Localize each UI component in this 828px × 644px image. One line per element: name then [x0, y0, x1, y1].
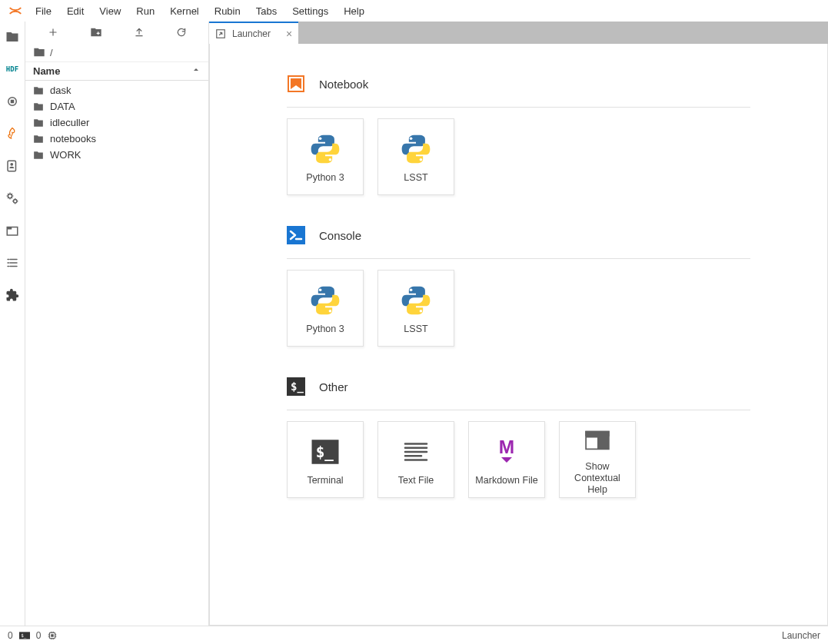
card-label: Markdown File: [475, 475, 537, 486]
name-column-header: Name: [33, 65, 60, 77]
svg-rect-24: [585, 430, 610, 436]
launcher-card-python3-notebook[interactable]: Python 3: [287, 118, 364, 195]
menu-rubin[interactable]: Rubin: [207, 2, 248, 20]
extensions-icon[interactable]: [5, 287, 20, 303]
statusbar: 0 $_ 0 Launcher: [0, 626, 828, 644]
section-header: $_ Other: [287, 377, 750, 410]
svg-point-12: [420, 158, 423, 161]
card-label: Python 3: [306, 172, 344, 184]
launcher-panel: Notebook Python 3 LSST: [209, 44, 828, 626]
menu-file[interactable]: File: [28, 2, 59, 20]
folder-icon: [33, 46, 45, 58]
notebook-icon: [287, 75, 305, 93]
new-launcher-icon[interactable]: [48, 27, 58, 38]
folder-icon: [33, 134, 44, 144]
card-label: LSST: [404, 172, 427, 184]
card-label: LSST: [404, 324, 427, 335]
new-folder-icon[interactable]: [90, 26, 102, 38]
file-name: DATA: [50, 101, 75, 112]
launch-icon: [215, 28, 226, 39]
file-row[interactable]: WORK: [25, 147, 208, 163]
launcher-card-text-file[interactable]: Text File: [377, 421, 454, 498]
folder-icon: [33, 85, 44, 96]
terminal-icon: $_: [287, 377, 305, 396]
file-name: notebooks: [50, 133, 96, 144]
console-icon: [287, 226, 305, 244]
running-icon[interactable]: [5, 94, 20, 109]
status-mode[interactable]: Launcher: [782, 630, 820, 641]
file-row[interactable]: notebooks: [25, 131, 208, 147]
svg-point-15: [329, 309, 332, 312]
menu-edit[interactable]: Edit: [59, 2, 91, 20]
launcher-card-lsst-console[interactable]: LSST: [377, 270, 454, 347]
terminal-icon: $_: [307, 433, 344, 470]
menu-run[interactable]: Run: [128, 2, 162, 20]
launcher-card-terminal[interactable]: $_ Terminal: [287, 421, 364, 498]
help-pane-icon: [579, 424, 616, 456]
activity-bar: HDF: [0, 22, 25, 626]
breadcrumb[interactable]: /: [25, 43, 208, 62]
menu-settings[interactable]: Settings: [284, 2, 336, 20]
tab-launcher[interactable]: Launcher ×: [209, 22, 298, 44]
svg-point-10: [329, 158, 332, 161]
menu-view[interactable]: View: [91, 2, 128, 20]
terminal-icon[interactable]: $_: [19, 630, 30, 641]
settings-icon[interactable]: [5, 191, 20, 206]
card-label: Terminal: [307, 475, 343, 486]
menu-kernel[interactable]: Kernel: [162, 2, 207, 20]
svg-point-3: [10, 163, 13, 166]
tabs-icon[interactable]: [5, 223, 20, 238]
svg-point-9: [319, 137, 322, 140]
jupyter-logo[interactable]: [8, 3, 23, 18]
menubar: File Edit View Run Kernel Rubin Tabs Set…: [0, 0, 828, 22]
svg-rect-25: [587, 437, 597, 448]
breadcrumb-path: /: [50, 47, 53, 58]
status-kernels-count[interactable]: 0: [36, 630, 42, 641]
svg-point-17: [420, 309, 423, 312]
refresh-icon[interactable]: [176, 27, 187, 38]
card-label: Python 3: [306, 324, 344, 335]
tab-title: Launcher: [232, 28, 271, 39]
hdf-icon[interactable]: HDF: [5, 61, 20, 77]
status-terminals-count[interactable]: 0: [8, 630, 13, 641]
file-name: dask: [50, 85, 71, 96]
file-row[interactable]: DATA: [25, 98, 208, 115]
svg-text:M: M: [499, 436, 514, 456]
firefly-icon[interactable]: [5, 126, 20, 141]
python-icon: [307, 131, 344, 168]
menu-tabs[interactable]: Tabs: [248, 2, 284, 20]
svg-rect-2: [8, 161, 16, 171]
file-row[interactable]: idleculler: [25, 115, 208, 131]
upload-icon[interactable]: [134, 27, 145, 38]
svg-point-4: [8, 194, 12, 198]
python-icon: [397, 282, 434, 319]
sort-arrow-icon: [191, 65, 201, 77]
folder-icon: [33, 101, 44, 112]
launcher-card-contextual-help[interactable]: Show Contextual Help: [559, 421, 636, 498]
toc-icon[interactable]: [5, 255, 20, 271]
card-label: Show Contextual Help: [564, 461, 630, 496]
section-header: Notebook: [287, 75, 750, 108]
svg-point-11: [410, 137, 413, 140]
menu-help[interactable]: Help: [336, 2, 372, 20]
filebrowser-icon[interactable]: [5, 29, 20, 45]
file-row[interactable]: dask: [25, 82, 208, 98]
cpu-icon[interactable]: [47, 630, 58, 641]
launcher-card-python3-console[interactable]: Python 3: [287, 270, 364, 347]
launcher-card-lsst-notebook[interactable]: LSST: [377, 118, 454, 195]
tab-area: Launcher × Notebook Pyt: [209, 22, 828, 626]
card-label: Text File: [398, 475, 434, 486]
file-name: idleculler: [50, 117, 89, 128]
tabbar[interactable]: Launcher ×: [209, 22, 828, 44]
file-browser: / Name dask DATA idleculler notebo: [25, 22, 209, 626]
section-title: Other: [319, 380, 348, 393]
contacts-icon[interactable]: [5, 158, 20, 174]
launcher-section-other: $_ Other $_ Terminal Te: [287, 377, 750, 498]
text-file-icon: [397, 433, 434, 470]
close-icon[interactable]: ×: [286, 28, 292, 40]
launcher-card-markdown-file[interactable]: M Markdown File: [468, 421, 545, 498]
file-list-header[interactable]: Name: [25, 62, 208, 81]
section-title: Notebook: [319, 78, 368, 91]
folder-icon: [33, 118, 44, 128]
launcher-section-notebook: Notebook Python 3 LSST: [287, 75, 750, 195]
